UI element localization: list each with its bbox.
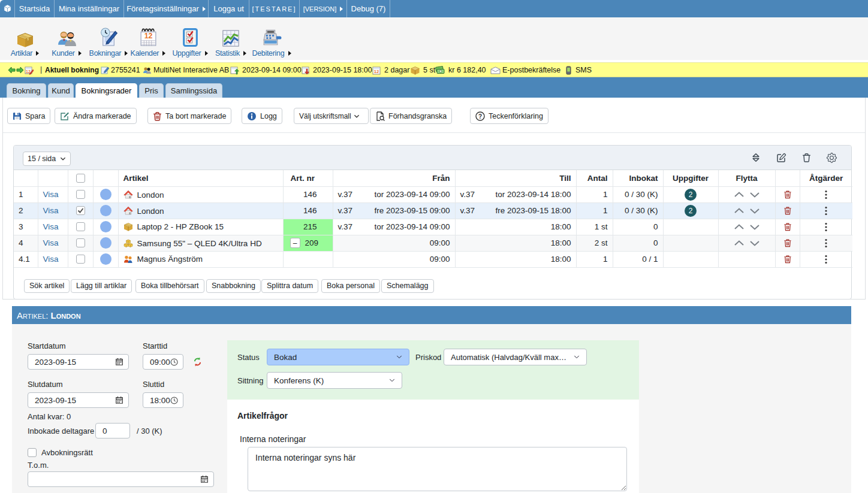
svg-text:12: 12 (374, 69, 379, 74)
svg-text:12: 12 (144, 32, 152, 40)
svg-text:?: ? (478, 113, 482, 119)
svg-text:12: 12 (26, 69, 31, 74)
